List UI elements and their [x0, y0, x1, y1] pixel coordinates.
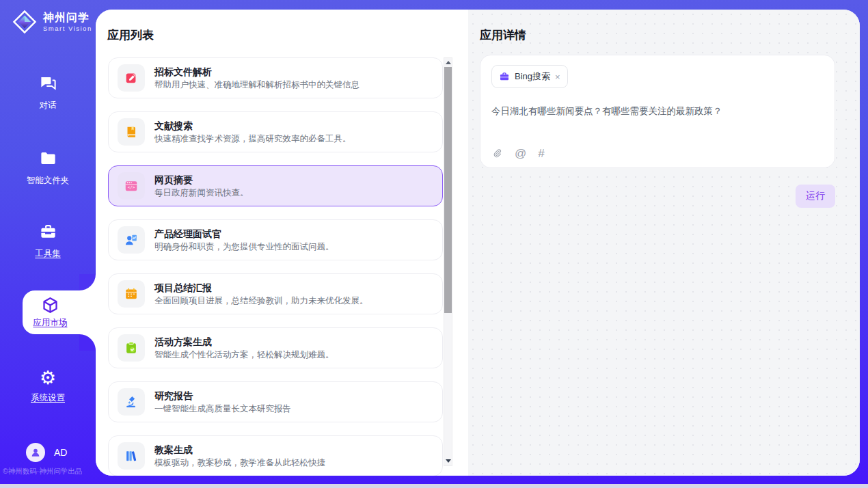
app-card-literature-search[interactable]: 文献搜索 快速精准查找学术资源，提高研究效率的必备工具。 [108, 111, 443, 152]
app-name: 活动方案生成 [154, 337, 334, 347]
app-name: 产品经理面试官 [154, 229, 334, 239]
app-description: 明确身份和职责，为您提供专业性的面试问题。 [154, 243, 334, 252]
sidebar-item-app-market[interactable]: 应用市场 [23, 290, 96, 334]
app-description: 帮助用户快速、准确地理解和解析招标书中的关键信息 [154, 81, 360, 90]
prompt-toolbar: @ # [491, 148, 545, 159]
content-area: 应用列表 招标文件解析 帮助用户快速、准确地理解和解析招标书中的关键信息 [96, 10, 860, 476]
bubble-curve-bottom [79, 334, 96, 351]
brand-name: 神州问学 [43, 12, 92, 24]
app-name: 研究报告 [154, 391, 291, 401]
copyright-text: ©神州数码·神州问学出品 [3, 467, 82, 476]
cube-icon [41, 296, 59, 314]
app-description: 智能生成个性化活动方案，轻松解决规划难题。 [154, 351, 334, 360]
hash-icon[interactable]: # [538, 148, 544, 159]
sidebar-item-label: 应用市场 [33, 317, 68, 329]
book-icon [124, 124, 139, 139]
app-description: 模板驱动，教案秒成，教学准备从此轻松快捷 [154, 459, 325, 467]
svg-text:</>: </> [128, 185, 135, 189]
app-window: 神州问学 Smart Vision 对话 智能文件夹 工具集 [0, 0, 868, 484]
run-button[interactable]: 运行 [796, 185, 835, 208]
app-name: 网页摘要 [154, 175, 249, 185]
sidebar-item-label: 对话 [0, 100, 96, 111]
browser-code-icon: </> [124, 178, 139, 193]
microscope-icon [124, 394, 139, 409]
scrollbar-down-button[interactable] [444, 457, 452, 465]
app-list: 招标文件解析 帮助用户快速、准确地理解和解析招标书中的关键信息 文献搜索 [108, 57, 443, 476]
app-description: 快速精准查找学术资源，提高研究效率的必备工具。 [154, 135, 351, 144]
app-card-research-report[interactable]: 研究报告 一键智能生成高质量长文本研究报告 [108, 381, 443, 422]
app-card-event-plan[interactable]: 活动方案生成 智能生成个性化活动方案，轻松解决规划难题。 [108, 327, 443, 368]
app-description: 每日政府新闻资讯快查。 [154, 189, 249, 198]
app-card-project-summary[interactable]: 项目总结汇报 全面回顾项目进展，总结经验教训，助力未来优化发展。 [108, 273, 443, 314]
briefcase-icon [499, 71, 510, 82]
interviewer-icon [124, 232, 139, 247]
folder-icon [39, 149, 57, 167]
tool-tag-label: Bing搜索 [515, 70, 550, 83]
prompt-card[interactable]: Bing搜索 × 今日湖北有哪些新闻要点？有哪些需要关注的最新政策？ @ # [480, 55, 835, 168]
toolbox-icon [39, 222, 57, 241]
app-description: 全面回顾项目进展，总结经验教训，助力未来优化发展。 [154, 297, 368, 306]
sidebar-item-settings[interactable]: ⚙ 系统设置 [0, 369, 96, 404]
prompt-text[interactable]: 今日湖北有哪些新闻要点？有哪些需要关注的最新政策？ [491, 105, 824, 118]
sidebar-item-label: 系统设置 [0, 392, 96, 404]
app-name: 招标文件解析 [154, 67, 360, 77]
app-card-bid-document-parse[interactable]: 招标文件解析 帮助用户快速、准确地理解和解析招标书中的关键信息 [108, 57, 443, 98]
gear-icon: ⚙ [40, 368, 56, 388]
sidebar-item-label: 工具集 [0, 248, 96, 260]
app-detail-panel: 应用详情 Bing搜索 × 今日湖北有哪些新闻要点？有哪些需要关注的最新政策？ [468, 10, 860, 476]
scrollbar-up-button[interactable] [444, 58, 452, 67]
bubble-curve-top [79, 274, 96, 290]
app-list-title: 应用列表 [107, 27, 154, 43]
sidebar: 神州问学 Smart Vision 对话 智能文件夹 工具集 [0, 0, 96, 484]
sidebar-item-toolset[interactable]: 工具集 [0, 222, 96, 260]
diamond-logo-icon [11, 8, 38, 36]
app-detail-title: 应用详情 [480, 27, 526, 43]
paperclip-icon[interactable] [491, 148, 503, 159]
app-card-lesson-plan[interactable]: 教案生成 模板驱动，教案秒成，教学准备从此轻松快捷 [108, 435, 443, 476]
clipboard-check-icon [124, 340, 139, 355]
app-name: 教案生成 [154, 445, 325, 455]
brand-logo: 神州问学 Smart Vision [11, 8, 92, 36]
sidebar-item-label: 智能文件夹 [0, 175, 96, 187]
chat-icon [39, 74, 57, 92]
list-scrollbar[interactable] [444, 57, 452, 466]
app-name: 项目总结汇报 [154, 283, 368, 293]
avatar[interactable] [26, 443, 45, 462]
person-icon [30, 447, 41, 458]
edit-document-icon [124, 70, 139, 85]
brand-subtitle: Smart Vision [43, 25, 92, 32]
sidebar-item-smart-folder[interactable]: 智能文件夹 [0, 149, 96, 187]
app-list-panel: 应用列表 招标文件解析 帮助用户快速、准确地理解和解析招标书中的关键信息 [96, 10, 468, 476]
user-account[interactable]: AD [26, 443, 67, 462]
user-name: AD [54, 447, 67, 458]
scrollbar-thumb[interactable] [444, 67, 452, 313]
books-icon [124, 448, 139, 463]
tool-tag-bing-search[interactable]: Bing搜索 × [491, 65, 568, 88]
app-name: 文献搜索 [154, 121, 351, 131]
calendar-icon [124, 286, 139, 301]
close-icon[interactable]: × [555, 72, 560, 81]
mention-icon[interactable]: @ [515, 148, 526, 159]
app-card-pm-interviewer[interactable]: 产品经理面试官 明确身份和职责，为您提供专业性的面试问题。 [108, 219, 443, 260]
app-description: 一键智能生成高质量长文本研究报告 [154, 405, 291, 414]
app-card-web-summary[interactable]: </> 网页摘要 每日政府新闻资讯快查。 [108, 165, 443, 206]
sidebar-item-chat[interactable]: 对话 [0, 74, 96, 111]
